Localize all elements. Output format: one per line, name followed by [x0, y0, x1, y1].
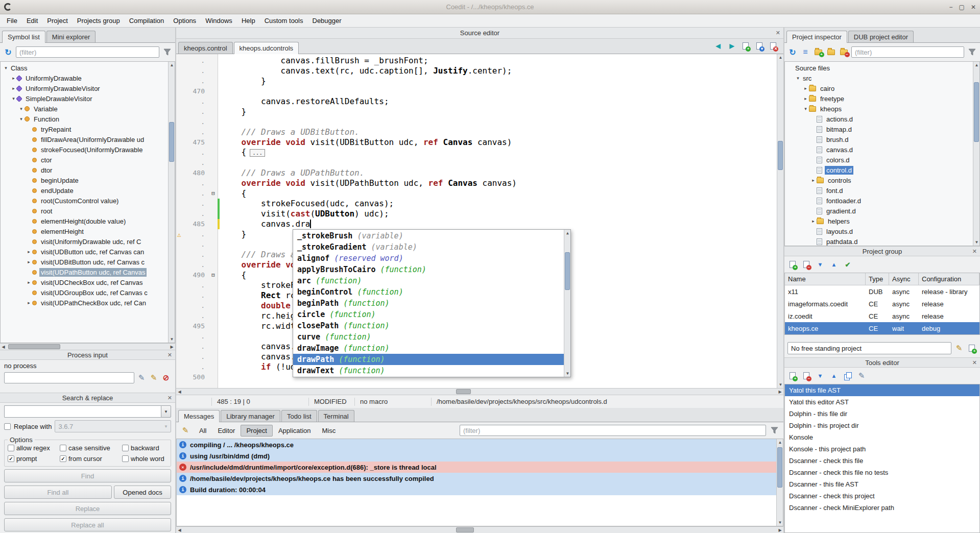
completion-item[interactable]: drawPath(function)	[293, 354, 564, 365]
expand-arrow-icon[interactable]: ▸	[26, 259, 32, 264]
filter-options-icon[interactable]	[967, 47, 977, 57]
menu-file[interactable]: File	[2, 15, 22, 26]
messages-hscrollbar[interactable]: ◀ ▶	[176, 526, 783, 533]
file-tree-item[interactable]: ▸helpers	[785, 216, 973, 226]
symbol-tree-item[interactable]: ▾Function	[1, 114, 168, 124]
messages-scrollbar[interactable]: ▲ ▼	[776, 439, 783, 526]
scrollbar-track[interactable]	[7, 344, 169, 350]
message-row[interactable]: iBuild duration: 00:00:04	[177, 484, 776, 495]
scrollbar-thumb[interactable]	[169, 122, 174, 162]
collapse-arrow-icon[interactable]: ▾	[3, 65, 9, 70]
move-tool-up-icon[interactable]: ▲	[829, 371, 839, 381]
file-tree-item[interactable]: ▾src	[785, 73, 973, 83]
completion-item[interactable]: applyBrushToCairo(function)	[293, 264, 564, 275]
file-tree-item[interactable]: ▾kheops	[785, 104, 973, 114]
edit-tool-icon[interactable]: ✎	[856, 371, 867, 381]
add-tool-icon[interactable]: +	[787, 371, 798, 381]
refresh-icon[interactable]: ↻	[787, 47, 798, 57]
chevron-down-icon[interactable]: ▼	[161, 405, 171, 418]
close-icon[interactable]: ✕	[168, 395, 172, 401]
filter-application[interactable]: Application	[273, 425, 317, 437]
tab-todo-list[interactable]: Todo list	[281, 410, 317, 422]
tab-project-inspector[interactable]: Project inspector	[786, 31, 847, 42]
symbol-tree-item[interactable]: tryRepaint	[1, 124, 168, 134]
editor-hscrollbar[interactable]: ◀ ▶	[176, 388, 783, 395]
scroll-up-icon[interactable]: ▲	[777, 439, 783, 446]
code-area[interactable]: . canvas.fillBrush = _brushFont;. canvas…	[176, 54, 777, 388]
filter-options-icon[interactable]	[162, 47, 172, 57]
checkbox-from-cursor[interactable]: ✓from cursor	[60, 455, 121, 463]
project-row[interactable]: imageformats.coeditCEasyncrelease	[785, 298, 979, 310]
completion-item[interactable]: arc(function)	[293, 275, 564, 286]
expand-arrow-icon[interactable]: ▸	[810, 178, 817, 183]
symbol-tree-item[interactable]: elementHeight(double value)	[1, 216, 168, 226]
symbol-tree-item[interactable]: beginUpdate	[1, 175, 168, 185]
scrollbar-thumb[interactable]	[456, 527, 474, 532]
symbol-tree-item[interactable]: root(CustomControl value)	[1, 196, 168, 206]
maximize-button[interactable]: ▢	[959, 4, 965, 11]
checkbox-whole-word[interactable]: whole word	[122, 455, 168, 463]
tab-library-manager[interactable]: Library manager	[221, 410, 280, 422]
scrollbar-thumb[interactable]	[456, 389, 471, 394]
close-icon[interactable]: ✕	[168, 352, 172, 358]
message-row[interactable]: ✕/usr/include/dmd/druntime/import/core/e…	[177, 462, 776, 473]
clone-tool-icon[interactable]	[843, 371, 853, 381]
symbol-tree-item[interactable]: ▸visit(UDButton udc, ref Canvas can	[1, 247, 168, 257]
scroll-up-icon[interactable]: ▲	[564, 230, 571, 236]
cancel-process-icon[interactable]: ⊘	[161, 373, 171, 383]
doc-tab-kheops-udcontrols[interactable]: kheops.udcontrols	[234, 42, 299, 54]
collapse-arrow-icon[interactable]: ▾	[18, 116, 25, 122]
symbol-tree-item[interactable]: visit(UniformlyDrawable udc, ref C	[1, 236, 168, 247]
filter-all[interactable]: All	[194, 425, 212, 437]
file-tree-item[interactable]: bitmap.d	[785, 124, 973, 134]
new-document-icon[interactable]: +	[740, 41, 751, 51]
filter-project[interactable]: Project	[241, 425, 272, 437]
tool-item[interactable]: Yatol this file AST	[785, 384, 979, 396]
file-tree-item[interactable]: ▸freetype	[785, 93, 973, 104]
completion-item[interactable]: drawText(function)	[293, 365, 564, 376]
move-down-icon[interactable]: ▼	[815, 259, 825, 270]
process-input-field[interactable]	[4, 372, 134, 383]
expand-arrow-icon[interactable]: ▸	[26, 280, 32, 285]
add-free-project-icon[interactable]: +	[967, 343, 977, 353]
scrollbar-track[interactable]	[183, 527, 777, 533]
tab-dub-project-editor[interactable]: DUB project editor	[848, 31, 914, 42]
file-tree-item[interactable]: control.d	[785, 165, 973, 175]
completion-item[interactable]: circle(function)	[293, 309, 564, 320]
symbol-tree-item[interactable]: ▾SimpleDrawableVisitor	[1, 93, 168, 104]
completion-item[interactable]: _strokeBrush(variable)	[293, 230, 564, 241]
symbol-tree-item[interactable]: ▸visit(UDBitButton udc, ref Canvas c	[1, 257, 168, 267]
scroll-down-icon[interactable]: ▼	[169, 336, 175, 343]
scrollbar-track[interactable]	[777, 446, 783, 519]
symbol-tree-hscrollbar[interactable]: ◀ ▶	[0, 343, 175, 350]
send-input-icon[interactable]: ✎	[136, 373, 147, 383]
symbol-tree-item[interactable]: dtor	[1, 165, 168, 175]
tab-terminal[interactable]: Terminal	[318, 410, 354, 422]
tool-item[interactable]: Dscanner - check this file	[785, 455, 979, 467]
column-header-async[interactable]: Async	[889, 273, 919, 285]
completion-item[interactable]: closePath(function)	[293, 320, 564, 331]
replace-with-checkbox[interactable]	[4, 423, 11, 430]
save-document-icon[interactable]: ▾	[754, 41, 764, 51]
file-tree-item[interactable]: canvas.d	[785, 144, 973, 155]
find-button[interactable]: Find	[4, 469, 171, 482]
editor-scrollbar[interactable]: ▲ ▼	[777, 54, 783, 388]
move-up-icon[interactable]: ▲	[829, 259, 839, 270]
menu-compilation[interactable]: Compilation	[125, 15, 169, 26]
symbol-filter-input[interactable]	[16, 46, 159, 58]
compile-group-icon[interactable]: ✔	[843, 259, 853, 270]
scrollbar-thumb[interactable]	[777, 447, 782, 488]
close-icon[interactable]: ✕	[972, 359, 977, 366]
add-project-icon[interactable]: +	[787, 259, 798, 270]
project-row[interactable]: kheops.ceCEwaitdebug	[785, 322, 979, 334]
symbol-tree-item[interactable]: ▸visit(UDPathCheckBox udc, ref Can	[1, 298, 168, 308]
file-tree-item[interactable]: brush.d	[785, 134, 973, 144]
completion-item[interactable]: beginControl(function)	[293, 286, 564, 298]
scrollbar-track[interactable]	[973, 68, 979, 239]
symbol-tree-item[interactable]: ▸UniformlyDrawable	[1, 73, 168, 83]
edit-project-icon[interactable]: ✎	[954, 343, 964, 353]
completion-item[interactable]: curve(function)	[293, 331, 564, 343]
refresh-icon[interactable]: ↻	[3, 47, 13, 57]
completion-scrollbar[interactable]: ▲ ▼	[564, 230, 570, 377]
project-row[interactable]: x11DUBasyncrelease - library	[785, 285, 979, 298]
